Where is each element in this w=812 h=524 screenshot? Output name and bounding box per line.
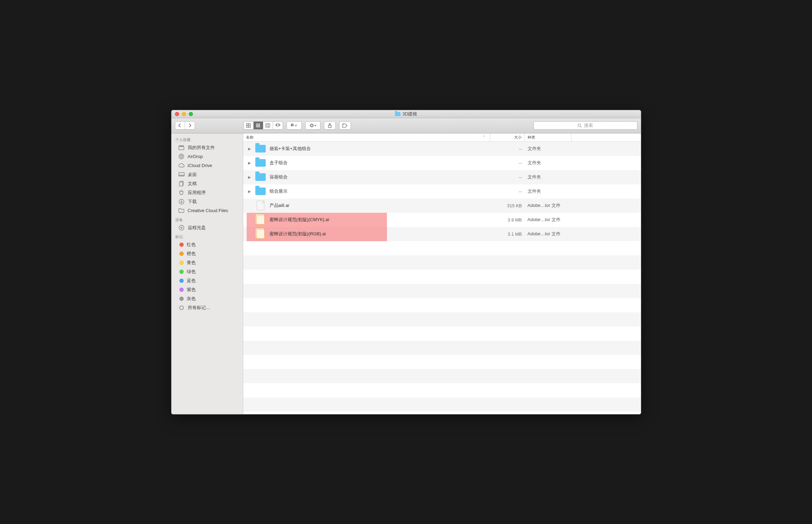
sidebar-item-label: iCloud Drive [188,163,212,168]
ai-file-icon [255,215,266,225]
empty-row [243,326,641,341]
zoom-window-button[interactable] [189,112,193,116]
sidebar-item-applications[interactable]: 应用程序 [171,188,243,197]
cell-size: 3.9 MB [490,217,525,222]
list-body: ▶袋装+卡装+其他组合--文件夹▶盒子组合--文件夹▶容器组合--文件夹▶组合展… [243,142,641,414]
folder-icon [395,112,400,116]
column-header-name[interactable]: 名称 ˄ [243,133,490,141]
sidebar-item-label: 应用程序 [188,190,206,196]
svg-point-28 [343,124,344,125]
tags-button[interactable] [339,121,351,130]
finder-window: 3D建模 [171,110,641,414]
tag-color-dot [179,270,184,274]
sidebar-item-label: Creative Cloud Files [188,208,228,213]
empty-row [243,241,641,255]
column-header-extra[interactable] [572,133,641,141]
file-name: 盒子组合 [270,160,288,166]
cell-kind: 文件夹 [525,160,572,166]
search-field[interactable]: 搜索 [533,121,637,130]
folder-icon [255,158,266,168]
svg-line-24 [310,126,310,127]
disclosure-triangle[interactable]: ▶ [247,147,251,151]
sidebar-item-label: 文稿 [188,181,197,187]
sidebar-tag-item[interactable]: 红色 [171,240,243,249]
view-mode-segment [244,121,283,130]
sidebar-tag-item[interactable]: 所有标记… [171,303,243,312]
forward-button[interactable] [185,122,195,129]
sidebar-item-all-my-files[interactable]: 我的所有文件 [171,143,243,152]
sidebar-tag-item[interactable]: 橙色 [171,249,243,258]
file-row[interactable]: 产品ai8.ai315 KBAdobe…tor 文件 [243,199,641,213]
svg-rect-39 [179,182,183,186]
file-name: 袋装+卡装+其他组合 [270,146,311,152]
file-name: 容器组合 [270,174,288,180]
window-body: 个人收藏 我的所有文件 AirDrop iCloud Drive 桌面 文稿 [171,133,641,414]
sidebar-item-label: 紫色 [187,287,196,293]
tag-color-dot [179,252,184,256]
airdrop-icon [178,154,185,160]
file-row[interactable]: 蜜蜂设计规范(初版)(RGB).ai3.1 MBAdobe…tor 文件 [243,227,641,241]
svg-point-44 [181,227,182,228]
sidebar-item-label: 灰色 [187,296,196,302]
file-list: 名称 ˄ 大小 种类 ▶袋装+卡装+其他组合--文件夹▶盒子组合--文件夹▶容器… [243,133,641,414]
file-row[interactable]: ▶组合展示--文件夹 [243,184,641,199]
disclosure-triangle[interactable]: ▶ [247,161,251,165]
sidebar-item-remote-disc[interactable]: 远程光盘 [171,223,243,232]
sidebar-tag-item[interactable]: 蓝色 [171,276,243,285]
sidebar-item-airdrop[interactable]: AirDrop [171,152,243,161]
sidebar-item-desktop[interactable]: 桌面 [171,170,243,179]
back-button[interactable] [175,122,185,129]
minimize-window-button[interactable] [182,112,186,116]
svg-rect-14 [292,124,293,125]
cell-kind: Adobe…tor 文件 [525,202,572,209]
file-name: 产品ai8.ai [270,202,289,209]
sidebar-item-label: 我的所有文件 [188,145,215,151]
svg-point-17 [310,124,312,126]
column-header-kind[interactable]: 种类 [525,133,572,141]
cell-kind: 文件夹 [525,146,572,152]
tag-color-dot [179,243,184,247]
cell-name: ▶盒子组合 [243,158,490,168]
column-header-size[interactable]: 大小 [490,133,525,141]
sidebar-item-downloads[interactable]: 下载 [171,197,243,206]
action-button[interactable] [305,121,320,130]
svg-rect-3 [249,126,250,128]
tag-color-dot [179,297,184,301]
empty-row [243,255,641,270]
cell-name: 蜜蜂设计规范(初版)(RGB).ai [243,229,490,239]
file-row[interactable]: ▶容器组合--文件夹 [243,170,641,184]
column-view-button[interactable] [263,122,273,129]
empty-row [243,284,641,298]
sidebar-item-creative-cloud[interactable]: Creative Cloud Files [171,206,243,215]
list-view-button[interactable] [254,122,263,129]
sidebar-tag-item[interactable]: 黄色 [171,258,243,267]
svg-line-22 [310,124,310,124]
file-row[interactable]: ▶袋装+卡装+其他组合--文件夹 [243,142,641,156]
share-button[interactable] [324,121,336,130]
file-row[interactable]: 蜜蜂设计规范(初版)(CMYK).ai3.9 MBAdobe…tor 文件 [243,213,641,227]
disclosure-triangle[interactable]: ▶ [247,175,251,180]
arrange-button[interactable] [286,121,302,130]
sidebar-item-documents[interactable]: 文稿 [171,179,243,188]
sidebar-tag-item[interactable]: 灰色 [171,294,243,303]
cell-name: ▶袋装+卡装+其他组合 [243,144,490,154]
svg-line-30 [581,126,582,128]
empty-row [243,312,641,326]
cell-size: -- [490,175,525,180]
all-tags-icon [178,305,185,311]
sidebar-item-label: 下载 [188,199,197,205]
empty-row [243,355,641,369]
sidebar-item-icloud[interactable]: iCloud Drive [171,161,243,170]
coverflow-view-button[interactable] [273,122,283,129]
folder-icon [255,186,266,196]
svg-rect-2 [246,126,248,128]
file-row[interactable]: ▶盒子组合--文件夹 [243,156,641,170]
sidebar-tag-item[interactable]: 绿色 [171,267,243,276]
svg-rect-12 [279,124,280,126]
window-title-text: 3D建模 [403,111,417,117]
sidebar-tag-item[interactable]: 紫色 [171,285,243,294]
remote-disc-icon [178,225,185,231]
close-window-button[interactable] [175,112,179,116]
icon-view-button[interactable] [244,122,254,129]
disclosure-triangle[interactable]: ▶ [247,189,251,194]
